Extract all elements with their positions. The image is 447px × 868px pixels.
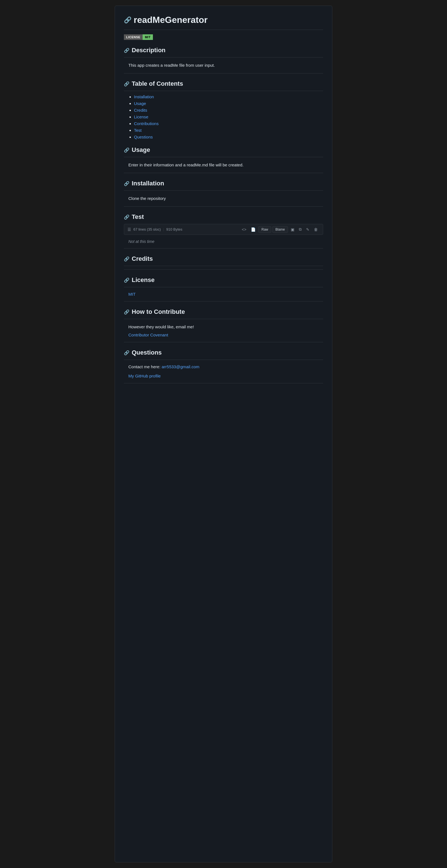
- license-bottom-divider: [124, 301, 323, 302]
- usage-chain-icon: 🔗: [124, 147, 129, 153]
- badge-mit: MIT: [142, 34, 153, 40]
- toc-link-license[interactable]: License: [134, 115, 149, 119]
- file-info: ☰ 67 lines (35 sloc) | 910 Bytes: [128, 227, 183, 232]
- badge-container: LICENSE MIT: [124, 34, 323, 40]
- file-toolbar: ☰ 67 lines (35 sloc) | 910 Bytes <> 📄 Ra…: [124, 224, 323, 235]
- file-lines: 67 lines (35 sloc): [133, 227, 161, 231]
- credits-heading: 🔗 Credits: [124, 255, 323, 262]
- screen-icon-button[interactable]: ▣: [289, 226, 296, 233]
- contact-prefix: Contact me here:: [128, 364, 162, 369]
- license-section: 🔗 License MIT: [124, 276, 323, 302]
- page-title-section: 🔗 readMeGenerator: [124, 15, 323, 25]
- toc-heading: 🔗 Table of Contents: [124, 80, 323, 87]
- license-link-container: MIT: [124, 291, 323, 298]
- toc-link-questions[interactable]: Questions: [134, 134, 153, 139]
- usage-heading-text: Usage: [132, 146, 150, 154]
- description-bottom-divider: [124, 73, 323, 73]
- questions-bottom-divider: [124, 383, 323, 383]
- questions-heading-text: Questions: [132, 349, 162, 356]
- installation-bottom-divider: [124, 206, 323, 207]
- installation-section: 🔗 Installation Clone the repository: [124, 180, 323, 207]
- contribute-heading: 🔗 How to Contribute: [124, 308, 323, 315]
- toc-chain-icon: 🔗: [124, 81, 129, 87]
- file-separator: |: [163, 227, 164, 231]
- questions-divider: [124, 360, 323, 360]
- toc-heading-text: Table of Contents: [132, 80, 183, 87]
- usage-bottom-divider: [124, 173, 323, 173]
- test-heading: 🔗 Test: [124, 213, 323, 221]
- license-chain-icon: 🔗: [124, 278, 129, 283]
- questions-contact-text: Contact me here: arr5533@gmail.com: [124, 363, 323, 370]
- installation-heading-text: Installation: [132, 180, 164, 187]
- copy-icon-button[interactable]: ⧉: [297, 226, 303, 233]
- toc-divider: [124, 91, 323, 91]
- description-section: 🔗 Description This app creates a readMe …: [124, 46, 323, 73]
- toc-item-usage: Usage: [134, 101, 323, 106]
- license-heading-text: License: [132, 276, 155, 284]
- toc-link-contributions[interactable]: Contributions: [134, 121, 158, 126]
- usage-text: Enter in their information and a readMe.…: [124, 160, 323, 169]
- installation-divider: [124, 190, 323, 191]
- toc-link-usage[interactable]: Usage: [134, 101, 146, 106]
- file-actions: <> 📄 Raw Blame ▣ ⧉ ✎ 🗑: [240, 226, 319, 233]
- description-chain-icon: 🔗: [124, 48, 129, 53]
- github-link-container: My GitHub profile: [124, 372, 323, 380]
- test-heading-text: Test: [132, 213, 144, 221]
- toc-item-test: Test: [134, 128, 323, 133]
- toc-link-installation[interactable]: Installation: [134, 94, 154, 99]
- credits-chain-icon: 🔗: [124, 256, 129, 261]
- contribute-section: 🔗 How to Contribute However they would l…: [124, 308, 323, 342]
- toc-link-credits[interactable]: Credits: [134, 108, 147, 113]
- raw-button[interactable]: Raw: [258, 226, 271, 233]
- list-icon: ☰: [128, 227, 131, 232]
- contribute-heading-text: How to Contribute: [132, 308, 185, 315]
- title-chain-icon: 🔗: [124, 17, 131, 24]
- questions-chain-icon: 🔗: [124, 350, 129, 355]
- description-heading: 🔗 Description: [124, 46, 323, 54]
- test-chain-icon: 🔗: [124, 214, 129, 220]
- badge-license: LICENSE: [124, 34, 142, 40]
- toc-item-questions: Questions: [134, 134, 323, 140]
- contact-email-link[interactable]: arr5533@gmail.com: [162, 364, 199, 369]
- delete-icon-button[interactable]: 🗑: [312, 226, 319, 233]
- contribute-text: However they would like, email me!: [124, 322, 323, 332]
- questions-section: 🔗 Questions Contact me here: arr5533@gma…: [124, 349, 323, 383]
- covenant-link[interactable]: Contributor Covenant: [128, 333, 168, 337]
- toc-list: Installation Usage Credits License Contr…: [124, 94, 323, 140]
- toc-item-license: License: [134, 115, 323, 120]
- toc-item-contributions: Contributions: [134, 121, 323, 126]
- main-container: 🔗 readMeGenerator LICENSE MIT 🔗 Descript…: [115, 6, 332, 862]
- contribute-chain-icon: 🔗: [124, 309, 129, 315]
- toc-item-installation: Installation: [134, 94, 323, 99]
- credits-heading-text: Credits: [132, 255, 153, 262]
- toc-item-credits: Credits: [134, 108, 323, 113]
- installation-heading: 🔗 Installation: [124, 180, 323, 187]
- usage-heading: 🔗 Usage: [124, 146, 323, 154]
- description-divider: [124, 57, 323, 58]
- code-icon-button[interactable]: <>: [240, 226, 248, 233]
- edit-icon-button[interactable]: ✎: [305, 226, 311, 233]
- test-section: 🔗 Test ☰ 67 lines (35 sloc) | 910 Bytes …: [124, 213, 323, 248]
- contribute-divider: [124, 319, 323, 319]
- license-divider: [124, 287, 323, 287]
- installation-chain-icon: 🔗: [124, 181, 129, 186]
- license-mit-link[interactable]: MIT: [128, 292, 136, 297]
- title-divider: [124, 30, 323, 30]
- contribute-link-container: Contributor Covenant: [124, 332, 323, 339]
- usage-section: 🔗 Usage Enter in their information and a…: [124, 146, 323, 173]
- test-truncated-text: Not at this time: [124, 238, 323, 245]
- credits-section: 🔗 Credits: [124, 255, 323, 270]
- page-title: readMeGenerator: [134, 15, 207, 25]
- blame-button[interactable]: Blame: [272, 226, 288, 233]
- questions-heading: 🔗 Questions: [124, 349, 323, 356]
- contribute-bottom-divider: [124, 342, 323, 342]
- file-icon-button[interactable]: 📄: [249, 226, 257, 233]
- description-heading-text: Description: [132, 46, 165, 54]
- toc-link-test[interactable]: Test: [134, 128, 142, 133]
- toc-section: 🔗 Table of Contents Installation Usage C…: [124, 80, 323, 140]
- file-size: 910 Bytes: [166, 227, 183, 231]
- license-heading: 🔗 License: [124, 276, 323, 284]
- installation-text: Clone the repository: [124, 194, 323, 203]
- github-profile-link[interactable]: My GitHub profile: [128, 374, 161, 378]
- credits-divider: [124, 266, 323, 266]
